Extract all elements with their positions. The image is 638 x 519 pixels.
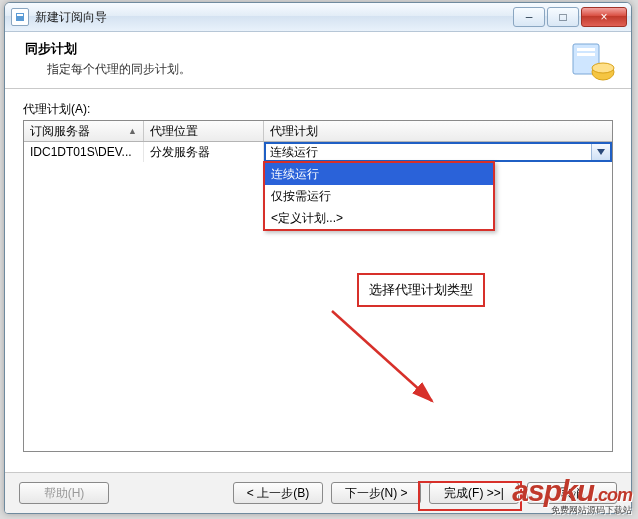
- help-button[interactable]: 帮助(H): [19, 482, 109, 504]
- schedule-combobox[interactable]: 连续运行: [264, 142, 612, 162]
- annotation-callout: 选择代理计划类型: [357, 273, 485, 307]
- cell-location: 分发服务器: [144, 142, 264, 162]
- back-button[interactable]: < 上一步(B): [233, 482, 323, 504]
- header-icon: [569, 38, 617, 86]
- watermark: aspku.com 免费网站源码下载站: [512, 474, 632, 517]
- wizard-body: 代理计划(A): 订阅服务器 ▲ 代理位置 代理计划 IDC1DT01S\DEV…: [5, 89, 631, 456]
- wizard-window: 新建订阅向导 – □ × 同步计划 指定每个代理的同步计划。 代理计划(A):: [4, 2, 632, 514]
- next-button[interactable]: 下一步(N) >: [331, 482, 421, 504]
- table-row: IDC1DT01S\DEV... 分发服务器 连续运行: [24, 142, 612, 162]
- close-button[interactable]: ×: [581, 7, 627, 27]
- title-bar[interactable]: 新建订阅向导 – □ ×: [5, 3, 631, 32]
- column-header-server[interactable]: 订阅服务器 ▲: [24, 121, 144, 141]
- annotation-arrow-icon: [322, 303, 472, 433]
- column-header-location[interactable]: 代理位置: [144, 121, 264, 141]
- page-title: 同步计划: [25, 40, 191, 58]
- dropdown-option[interactable]: 连续运行: [265, 163, 493, 185]
- dropdown-option[interactable]: <定义计划...>: [265, 207, 493, 229]
- svg-line-7: [332, 311, 432, 401]
- schedule-grid: 订阅服务器 ▲ 代理位置 代理计划 IDC1DT01S\DEV... 分发服务器…: [23, 120, 613, 452]
- svg-rect-3: [577, 48, 595, 51]
- svg-rect-4: [577, 53, 595, 56]
- finish-button[interactable]: 完成(F) >>|: [429, 482, 519, 504]
- svg-point-6: [592, 63, 614, 73]
- column-header-schedule[interactable]: 代理计划: [264, 121, 612, 141]
- chevron-down-icon[interactable]: [591, 144, 610, 160]
- grid-header: 订阅服务器 ▲ 代理位置 代理计划: [24, 121, 612, 142]
- window-title: 新建订阅向导: [35, 9, 513, 26]
- maximize-button[interactable]: □: [547, 7, 579, 27]
- wizard-header: 同步计划 指定每个代理的同步计划。: [5, 32, 631, 89]
- schedule-dropdown: 连续运行 仅按需运行 <定义计划...>: [263, 161, 495, 231]
- page-subtitle: 指定每个代理的同步计划。: [47, 61, 191, 78]
- dropdown-option[interactable]: 仅按需运行: [265, 185, 493, 207]
- cell-server: IDC1DT01S\DEV...: [24, 142, 144, 162]
- app-icon: [11, 8, 29, 26]
- combo-value: 连续运行: [270, 144, 318, 161]
- minimize-button[interactable]: –: [513, 7, 545, 27]
- sort-indicator-icon: ▲: [128, 126, 137, 136]
- svg-rect-1: [17, 14, 23, 16]
- field-label: 代理计划(A):: [23, 101, 613, 118]
